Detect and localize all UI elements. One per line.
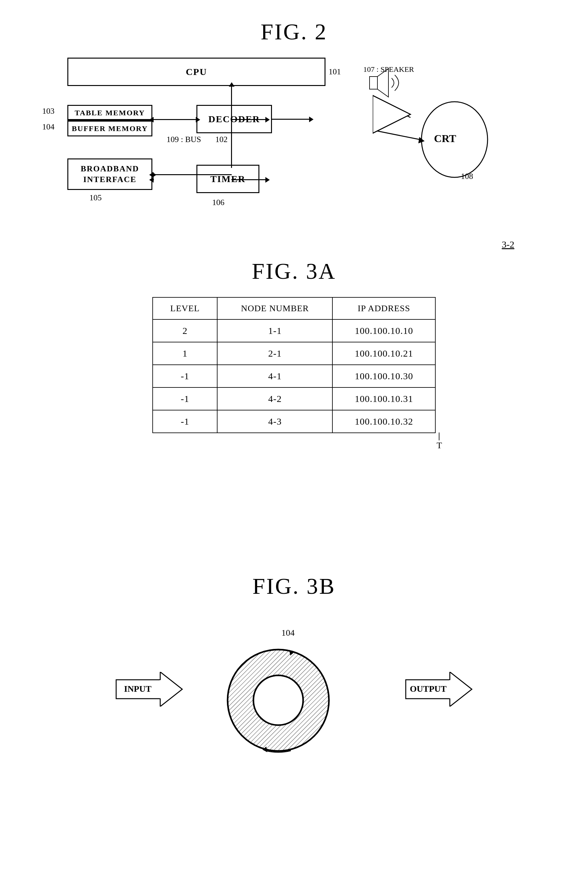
line-bus-decoder	[231, 119, 266, 120]
svg-marker-6	[373, 95, 411, 133]
row2-node: 2-1	[217, 342, 332, 365]
label-105: 105	[89, 193, 102, 203]
fig2-ref: 3-2	[502, 239, 514, 250]
table-row: -1 4-2 100.100.10.31	[153, 388, 435, 410]
svg-marker-21	[450, 672, 472, 706]
table-row: -1 4-1 100.100.10.30	[153, 365, 435, 388]
ring-buffer: 104	[209, 628, 348, 774]
fig2-title: FIG. 2	[0, 19, 588, 45]
arrow-from-timer	[153, 179, 154, 180]
label-109: 109 : BUS	[166, 135, 201, 144]
row3-ip: 100.100.10.30	[332, 365, 435, 388]
svg-text:108: 108	[461, 172, 473, 181]
svg-rect-7	[369, 77, 377, 89]
row4-node: 4-2	[217, 388, 332, 410]
broadband-line1: BROADBAND	[81, 164, 139, 174]
table-container: LEVEL NODE NUMBER IP ADDRESS 2 1-1 100.1…	[152, 297, 436, 433]
row5-ip: 100.100.10.32	[332, 410, 435, 433]
label-106: 106	[212, 198, 224, 207]
svg-text:104: 104	[281, 628, 295, 637]
row4-level: -1	[153, 388, 217, 410]
fig3b-section: FIG. 3B INPUT 104	[0, 573, 588, 807]
output-arrow-group: OUTPUT	[404, 672, 473, 708]
table-row: -1 4-3 100.100.10.32	[153, 410, 435, 433]
row2-ip: 100.100.10.21	[332, 342, 435, 365]
cpu-label: CPU	[186, 66, 207, 77]
svg-point-16	[254, 676, 303, 725]
svg-text:OUTPUT: OUTPUT	[410, 684, 447, 694]
buffer-memory-box: BUFFER MEMORY	[68, 121, 152, 137]
fig3a-section: FIG. 3A LEVEL NODE NUMBER IP ADDRESS 2 1…	[0, 258, 588, 433]
arrow-to-decoder	[152, 119, 196, 120]
data-table: LEVEL NODE NUMBER IP ADDRESS 2 1-1 100.1…	[152, 297, 436, 433]
broadband-line2: INTERFACE	[83, 174, 136, 185]
arrow-to-memory	[153, 119, 154, 120]
cpu-box: CPU	[68, 58, 326, 86]
timer-label: TIMER	[210, 174, 246, 184]
vline-timer	[231, 137, 232, 168]
crt-group: CRT 108	[373, 89, 492, 185]
input-arrow-group: INPUT	[115, 672, 184, 706]
table-row: 2 1-1 100.100.10.10	[153, 319, 435, 342]
table-memory-box: TABLE MEMORY	[68, 105, 152, 121]
col-header-ip: IP ADDRESS	[332, 298, 435, 319]
row2-level: 1	[153, 342, 217, 365]
col-header-level: LEVEL	[153, 298, 217, 319]
row1-ip: 100.100.10.10	[332, 319, 435, 342]
arrow-from-broadband-r	[152, 174, 153, 175]
row4-ip: 100.100.10.31	[332, 388, 435, 410]
svg-text:107 : SPEAKER: 107 : SPEAKER	[363, 67, 414, 74]
fig3a-title: FIG. 3A	[0, 258, 588, 284]
vbus-line	[231, 86, 232, 137]
svg-marker-11	[160, 672, 182, 706]
svg-line-4	[373, 130, 420, 140]
row1-node: 1-1	[217, 319, 332, 342]
row3-node: 4-1	[217, 365, 332, 388]
label-104: 104	[42, 122, 54, 132]
arrow-decoder-crt	[272, 119, 310, 120]
table-memory-label: TABLE MEMORY	[75, 109, 145, 117]
svg-text:INPUT: INPUT	[124, 684, 152, 694]
speaker-group: 107 : SPEAKER	[363, 67, 432, 100]
row5-level: -1	[153, 410, 217, 433]
arrow-to-timer	[231, 179, 266, 180]
col-header-node: NODE NUMBER	[217, 298, 332, 319]
svg-text:CRT: CRT	[434, 132, 456, 144]
label-101: 101	[328, 67, 341, 77]
fig3b-title: FIG. 3B	[0, 573, 588, 600]
line-broadband	[152, 174, 232, 175]
fig2-section: FIG. 2 CPU 101 TABLE MEMORY BUFFER MEMOR…	[0, 19, 588, 253]
row3-level: -1	[153, 365, 217, 388]
table-t-label: T	[436, 433, 442, 451]
row1-level: 2	[153, 319, 217, 342]
table-row: 1 2-1 100.100.10.21	[153, 342, 435, 365]
timer-box: TIMER	[196, 165, 260, 193]
broadband-box: BROADBAND INTERFACE	[68, 158, 152, 190]
fig3b-diagram: INPUT 104	[105, 618, 483, 807]
buffer-memory-label: BUFFER MEMORY	[72, 125, 148, 133]
label-103: 103	[42, 107, 54, 116]
row5-node: 4-3	[217, 410, 332, 433]
fig2-diagram: CPU 101 TABLE MEMORY BUFFER MEMORY 103 1…	[42, 58, 546, 253]
label-102: 102	[215, 135, 228, 144]
